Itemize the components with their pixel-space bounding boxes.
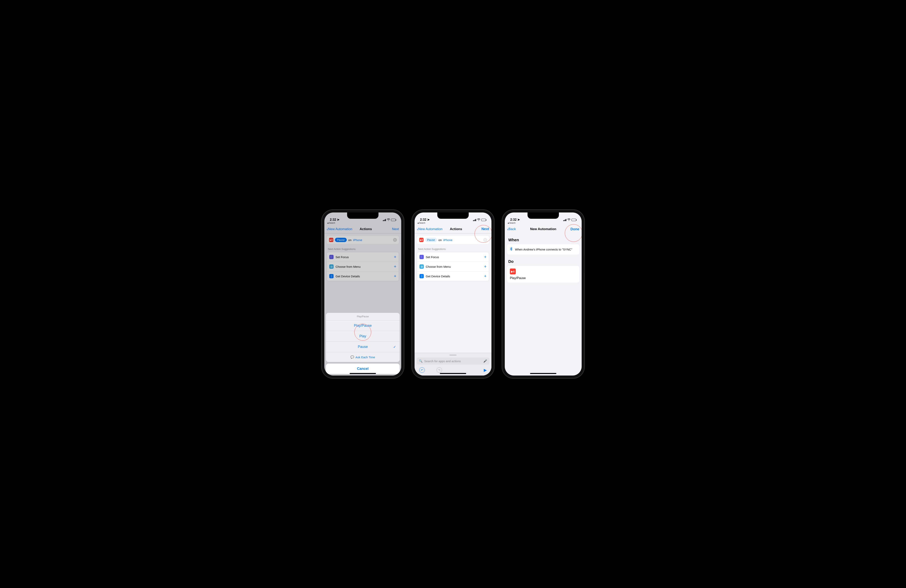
chevron-left-icon: ‹: [507, 227, 509, 231]
clear-action-button[interactable]: ✕: [393, 238, 397, 242]
wifi-icon: [387, 218, 390, 221]
drag-handle[interactable]: [450, 355, 456, 355]
phone-1: 2:32 ➤ ◀Search ‹New Automation Actions N…: [322, 210, 404, 378]
nav-back-button[interactable]: ‹New Automation: [417, 227, 442, 231]
bottom-panel: 🔍 Search for apps and actions 🎤 ↶ ↷ ▶: [415, 353, 491, 376]
action-device-token[interactable]: iPhone: [353, 238, 362, 242]
sheet-header: Play/Pause: [326, 313, 400, 320]
nav-done-button[interactable]: Done: [571, 227, 579, 231]
notch: [437, 212, 469, 219]
battery-icon: [391, 219, 396, 221]
home-indicator[interactable]: [440, 373, 466, 374]
action-on-text: on: [439, 238, 442, 242]
device-icon: ▯: [420, 274, 424, 278]
cell-signal-icon: [563, 219, 566, 221]
play-pause-icon: ▶II: [419, 238, 424, 242]
clear-action-button[interactable]: ✕: [483, 238, 487, 242]
do-card[interactable]: ▶II Play/Pause: [507, 266, 579, 283]
action-sheet: Play/Pause Play/Pause Play Pause✓ 💬Ask E…: [324, 311, 401, 376]
location-icon: ➤: [517, 218, 520, 221]
nav-bar: ‹New Automation Actions Next: [415, 225, 491, 233]
sheet-option-pause[interactable]: Pause✓: [326, 341, 400, 352]
suggestion-set-focus[interactable]: ☾Set Focus+: [327, 252, 399, 262]
search-input[interactable]: 🔍 Search for apps and actions 🎤: [416, 357, 490, 365]
status-time: 2:32: [510, 218, 517, 221]
battery-icon: [481, 219, 486, 221]
nav-title: Actions: [360, 227, 372, 231]
nav-title: New Automation: [530, 227, 556, 231]
nav-back-button[interactable]: ‹Back: [507, 227, 516, 231]
action-card[interactable]: ▶II Pause on iPhone ✕: [327, 236, 399, 244]
add-icon[interactable]: +: [484, 264, 486, 269]
mic-icon[interactable]: 🎤: [483, 359, 487, 363]
suggestion-list: ☾Set Focus+ ▤Choose from Menu+ ▯Get Devi…: [327, 252, 399, 281]
when-card[interactable]: When Andrew's iPhone connects to "SYNC": [507, 244, 579, 255]
add-icon[interactable]: +: [394, 274, 396, 279]
redo-button: ↷: [437, 367, 442, 373]
bluetooth-icon: [510, 247, 513, 252]
add-icon[interactable]: +: [484, 254, 486, 260]
suggestion-device-details[interactable]: ▯Get Device Details+: [417, 271, 489, 281]
suggestion-choose-menu[interactable]: ▤Choose from Menu+: [327, 262, 399, 271]
action-card[interactable]: ▶II Pause on iPhone ✕: [417, 236, 489, 244]
suggestions-label: Next Action Suggestions: [327, 244, 399, 252]
action-mode-pill[interactable]: Pause: [335, 238, 347, 242]
location-icon: ➤: [427, 218, 430, 221]
home-indicator[interactable]: [530, 373, 556, 374]
cell-signal-icon: [383, 219, 386, 221]
sheet-option-playpause[interactable]: Play/Pause: [326, 320, 400, 331]
play-pause-icon: ▶II: [510, 269, 516, 274]
suggestion-choose-menu[interactable]: ▤Choose from Menu+: [417, 262, 489, 271]
play-pause-icon: ▶II: [329, 238, 333, 242]
when-text: When Andrew's iPhone connects to "SYNC": [515, 248, 572, 251]
phone-3: 2:32 ➤ ◀Search ‹Back New Automation Done…: [502, 210, 584, 378]
notch: [347, 212, 378, 219]
search-placeholder: Search for apps and actions: [424, 360, 461, 363]
home-indicator[interactable]: [350, 373, 376, 374]
location-icon: ➤: [337, 218, 340, 221]
chevron-left-icon: ‹: [327, 227, 328, 231]
add-icon[interactable]: +: [394, 254, 396, 260]
chat-icon: 💬: [351, 355, 354, 359]
nav-bar: ‹Back New Automation Done: [505, 225, 582, 233]
do-title: Do: [507, 257, 579, 266]
wifi-icon: [567, 218, 571, 221]
sheet-option-ask[interactable]: 💬Ask Each Time: [326, 352, 400, 362]
back-to-app[interactable]: ◀Search: [324, 222, 401, 225]
cell-signal-icon: [473, 219, 476, 221]
menu-icon: ▤: [329, 265, 333, 269]
add-icon[interactable]: +: [484, 274, 486, 279]
notch: [528, 212, 559, 219]
search-icon: 🔍: [419, 359, 423, 363]
phone-2: 2:32 ➤ ◀Search ‹New Automation Actions N…: [412, 210, 494, 378]
wifi-icon: [477, 218, 480, 221]
suggestions-label: Next Action Suggestions: [417, 244, 489, 252]
do-action-label: Play/Pause: [510, 276, 577, 280]
action-device-token[interactable]: iPhone: [443, 238, 452, 242]
battery-icon: [571, 219, 576, 221]
when-title: When: [507, 236, 579, 244]
undo-button[interactable]: ↶: [419, 367, 425, 373]
focus-icon: ☾: [420, 255, 424, 259]
back-to-app[interactable]: ◀Search: [415, 222, 491, 225]
add-icon[interactable]: +: [394, 264, 396, 269]
suggestion-device-details[interactable]: ▯Get Device Details+: [327, 271, 399, 281]
nav-next-button[interactable]: Next: [482, 227, 489, 231]
device-icon: ▯: [329, 274, 333, 278]
sheet-cancel-button[interactable]: Cancel: [326, 363, 400, 374]
run-button[interactable]: ▶: [484, 368, 487, 372]
suggestion-list: ☾Set Focus+ ▤Choose from Menu+ ▯Get Devi…: [417, 252, 489, 281]
nav-next-button[interactable]: Next: [392, 227, 399, 231]
suggestion-set-focus[interactable]: ☾Set Focus+: [417, 252, 489, 262]
status-time: 2:32: [420, 218, 426, 221]
checkmark-icon: ✓: [393, 345, 396, 349]
chevron-left-icon: ‹: [417, 227, 418, 231]
focus-icon: ☾: [329, 255, 333, 259]
status-time: 2:32: [330, 218, 336, 221]
nav-back-button[interactable]: ‹New Automation: [327, 227, 352, 231]
action-mode-pill[interactable]: Pause: [425, 238, 437, 242]
menu-icon: ▤: [420, 265, 424, 269]
back-to-app[interactable]: ◀Search: [505, 222, 582, 225]
sheet-option-play[interactable]: Play: [326, 331, 400, 341]
nav-title: Actions: [450, 227, 462, 231]
